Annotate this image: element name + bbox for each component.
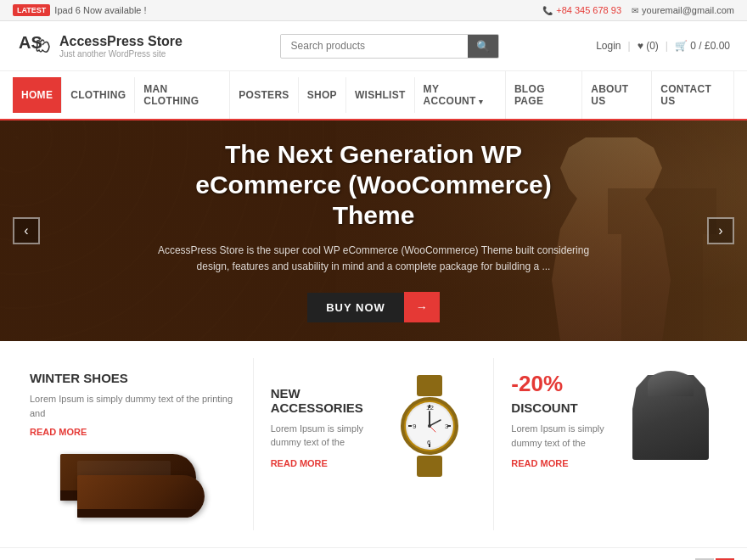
discount-text: -20% DISCOUNT Lorem Ipsum is simply dumm… bbox=[511, 371, 620, 469]
hero-slider: The Next Generation WP eCommerce (WooCom… bbox=[0, 120, 747, 341]
discount-read-more[interactable]: READ MORE bbox=[511, 458, 568, 468]
announcement: Ipad 6 Now available ! bbox=[54, 5, 146, 15]
hero-content: The Next Generation WP eCommerce (WooCom… bbox=[136, 122, 611, 339]
top-bar-left: LATEST Ipad 6 Now available ! bbox=[13, 4, 147, 16]
promo-watch-read-more[interactable]: READ MORE bbox=[271, 458, 328, 468]
search-button[interactable]: 🔍 bbox=[468, 35, 498, 58]
phone-icon bbox=[542, 6, 553, 15]
wishlist-count: (0) bbox=[646, 40, 659, 52]
nav-clothing[interactable]: CLOTHING bbox=[62, 77, 135, 113]
top-bar-right: +84 345 678 93 youremail@gmail.com bbox=[542, 5, 734, 15]
svg-text:AS: AS bbox=[19, 33, 42, 52]
nav-shop[interactable]: SHOP bbox=[299, 77, 346, 113]
nav-blog-page[interactable]: BLOG PAGE bbox=[506, 71, 582, 119]
header: AS AccessPress Store Just another WordPr… bbox=[0, 21, 747, 71]
promo-shoes-read-more[interactable]: READ MORE bbox=[30, 427, 236, 437]
latest-badge: LATEST bbox=[13, 4, 50, 16]
hero-cta[interactable]: BUY NOW → bbox=[307, 292, 440, 322]
svg-rect-2 bbox=[417, 456, 442, 477]
hero-title: The Next Generation WP eCommerce (WooCom… bbox=[153, 139, 594, 231]
svg-text:9: 9 bbox=[413, 423, 417, 430]
watch-text: NEW ACCESSORIES Lorem Ipsum is simply du… bbox=[271, 386, 371, 469]
main-nav: HOME CLOTHING MAN CLOTHING POSTERS SHOP … bbox=[0, 71, 747, 120]
search-input[interactable] bbox=[281, 35, 468, 57]
nav-contact-us[interactable]: CONTACT US bbox=[652, 71, 734, 119]
divider2: | bbox=[666, 40, 668, 52]
watch-image: 12 3 6 9 bbox=[383, 371, 476, 481]
nav-posters[interactable]: POSTERS bbox=[230, 77, 298, 113]
promo-card-discount: -20% DISCOUNT Lorem Ipsum is simply dumm… bbox=[494, 358, 734, 530]
phone-info: +84 345 678 93 bbox=[542, 5, 621, 15]
promo-section: WINTER SHOES Lorem Ipsum is simply dummy… bbox=[0, 341, 747, 548]
svg-point-17 bbox=[428, 424, 431, 428]
site-name: AccessPress Store bbox=[59, 34, 183, 49]
nav-about-us[interactable]: ABOUT US bbox=[582, 71, 652, 119]
promo-watch-desc: Lorem Ipsum is simply dummy text of the bbox=[271, 422, 371, 450]
discount-amount: -20% bbox=[511, 371, 620, 397]
nav-man-clothing[interactable]: MAN CLOTHING bbox=[135, 71, 230, 119]
divider: | bbox=[628, 40, 631, 52]
header-actions: Login | ♥ (0) | 🛒 0 / £0.00 bbox=[596, 40, 730, 52]
nav-my-account[interactable]: MY ACCOUNT bbox=[415, 71, 506, 119]
logo-text: AccessPress Store Just another WordPress… bbox=[59, 34, 183, 59]
nav-wishlist[interactable]: WISHLIST bbox=[346, 77, 415, 113]
hero-buy-now-label[interactable]: BUY NOW bbox=[307, 293, 404, 322]
promo-shoes-title: WINTER SHOES bbox=[30, 371, 236, 385]
email-address: youremail@gmail.com bbox=[642, 5, 734, 15]
logo-area: AS AccessPress Store Just another WordPr… bbox=[17, 30, 183, 62]
svg-text:6: 6 bbox=[427, 439, 431, 446]
promo-watch-title: NEW ACCESSORIES bbox=[271, 386, 371, 415]
cart-link[interactable]: 🛒 0 / £0.00 bbox=[675, 40, 730, 52]
svg-text:3: 3 bbox=[445, 423, 449, 430]
site-tagline: Just another WordPress site bbox=[59, 49, 183, 59]
logo-icon: AS bbox=[17, 30, 53, 62]
wishlist-link[interactable]: ♥ (0) bbox=[637, 40, 659, 52]
cart-count: 0 / £0.00 bbox=[690, 40, 730, 52]
login-link[interactable]: Login bbox=[596, 40, 621, 52]
hero-prev-button[interactable]: ‹ bbox=[13, 217, 40, 244]
svg-rect-1 bbox=[417, 375, 442, 396]
hero-description: AccessPress Store is the super cool WP e… bbox=[153, 243, 594, 275]
promo-shoes-desc: Lorem Ipsum is simply dummy text of the … bbox=[30, 392, 236, 420]
cart-icon: 🛒 bbox=[675, 40, 688, 52]
search-area[interactable]: 🔍 bbox=[280, 34, 499, 59]
hero-next-button[interactable]: › bbox=[707, 217, 734, 244]
discount-desc: Lorem Ipsum is simply dummy text of the bbox=[511, 422, 620, 450]
email-info: youremail@gmail.com bbox=[632, 5, 734, 15]
email-icon bbox=[632, 6, 638, 15]
promo-card-shoes: WINTER SHOES Lorem Ipsum is simply dummy… bbox=[13, 358, 254, 530]
watch-container: NEW ACCESSORIES Lorem Ipsum is simply du… bbox=[271, 371, 477, 484]
hot-sale-header: HOT SALE / NEW ARRIVALS ‹ › bbox=[0, 548, 747, 560]
nav-home[interactable]: HOME bbox=[13, 77, 62, 113]
phone-number: +84 345 678 93 bbox=[556, 5, 621, 15]
top-bar: LATEST Ipad 6 Now available ! +84 345 67… bbox=[0, 0, 747, 21]
hero-cta-arrow[interactable]: → bbox=[404, 292, 440, 322]
discount-title: DISCOUNT bbox=[511, 400, 620, 415]
heart-icon: ♥ bbox=[637, 40, 643, 52]
promo-card-watch: NEW ACCESSORIES Lorem Ipsum is simply du… bbox=[254, 358, 495, 530]
svg-text:12: 12 bbox=[426, 404, 434, 412]
